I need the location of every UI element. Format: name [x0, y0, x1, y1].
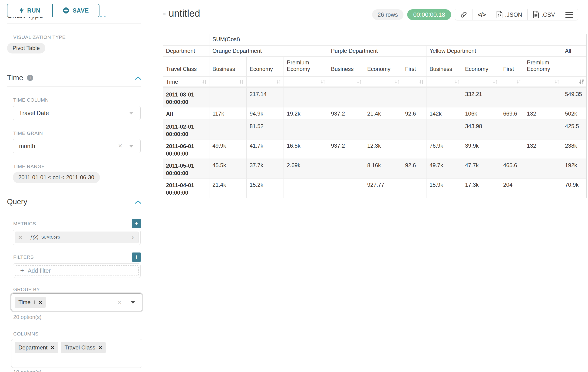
column-sort-cell[interactable] [462, 77, 500, 88]
sort-icon[interactable] [239, 79, 244, 85]
pivot-corner-cell [163, 34, 210, 46]
row-label-cell: 2011-06-01 00:00:00 [163, 139, 210, 159]
save-button[interactable]: SAVE [53, 4, 99, 17]
expand-metric-icon[interactable]: › [127, 232, 138, 243]
view-query-button[interactable]: </> [472, 9, 491, 20]
column-sort-cell[interactable] [328, 77, 364, 88]
remove-metric-icon[interactable]: × [15, 232, 26, 243]
sort-icon[interactable] [320, 79, 326, 85]
visualization-type-value[interactable]: Pivot Table [7, 43, 45, 53]
value-cell: 465.6 [500, 159, 524, 179]
group-by-select[interactable]: Timei× × [11, 293, 142, 311]
time-section-header[interactable]: Time i [7, 74, 33, 82]
table-row: All117k94.9k19.2k937.221.4k92.6142k106k6… [163, 107, 586, 120]
link-icon [460, 11, 467, 18]
column-sort-cell[interactable] [247, 77, 284, 88]
group-by-options-hint: 20 option(s) [13, 314, 41, 320]
row-label-cell: 2011-03-01 00:00:00 [163, 88, 210, 107]
remove-chip-icon[interactable]: × [51, 344, 54, 351]
value-cell: 70.9k [562, 179, 586, 198]
sort-icon[interactable] [276, 79, 282, 85]
menu-button[interactable] [560, 9, 578, 20]
time-sort-cell[interactable]: Time [163, 77, 210, 88]
remove-chip-icon[interactable]: × [99, 344, 102, 351]
panel-divider [148, 0, 148, 372]
column-sort-cell[interactable] [364, 77, 402, 88]
value-cell: 47.7k [462, 159, 500, 179]
column-sort-cell[interactable] [427, 77, 462, 88]
chart-title[interactable]: - untitled [163, 8, 200, 19]
remove-chip-icon[interactable]: × [39, 299, 42, 306]
value-cell: 927.77 [364, 179, 402, 198]
export-json-button[interactable]: .JSON [491, 9, 528, 20]
clear-icon[interactable]: × [118, 142, 122, 150]
sort-header-row: Time [163, 77, 586, 88]
value-cell: 15.9k [427, 179, 462, 198]
share-link-button[interactable] [455, 9, 472, 20]
travel-class-header-cell: Travel Class [163, 57, 210, 77]
sort-icon[interactable] [201, 79, 207, 85]
value-cell [427, 88, 462, 107]
travel-class-header-cell [562, 57, 586, 77]
collapse-chevron-icon[interactable] [135, 76, 141, 80]
travel-class-header-cell: First [500, 57, 524, 77]
travel-class-header-cell: Premium Economy [524, 57, 562, 77]
value-cell: 549.35 [562, 88, 586, 107]
lightning-icon [19, 7, 24, 14]
row-label-cell: 2011-05-01 00:00:00 [163, 159, 210, 179]
table-row: 2011-06-01 00:00:0049.9k41.7k16.5k937.21… [163, 139, 586, 159]
table-row: 2011-02-01 00:00:0081.52343.98425.5 [163, 120, 586, 139]
clear-icon[interactable]: × [117, 298, 122, 306]
sort-icon[interactable] [394, 79, 400, 85]
column-sort-cell[interactable] [210, 77, 247, 88]
metric-header-row: SUM(Cost) [163, 34, 586, 46]
column-sort-cell[interactable] [500, 77, 524, 88]
column-sort-cell[interactable] [402, 77, 427, 88]
value-cell: 132 [524, 139, 562, 159]
sort-icon[interactable] [454, 79, 460, 85]
run-button[interactable]: RUN [7, 4, 53, 17]
add-filter-dropzone[interactable]: + Add filter [15, 265, 139, 276]
value-cell: 669.6 [500, 107, 524, 120]
sort-icon[interactable] [419, 79, 424, 85]
value-cell [364, 120, 402, 139]
group-by-label: GROUP BY [13, 287, 40, 292]
value-cell: 343.98 [462, 120, 500, 139]
sort-icon[interactable] [554, 79, 560, 85]
selected-option-chip[interactable]: Timei× [15, 297, 46, 308]
sort-icon[interactable] [356, 79, 362, 85]
sort-icon[interactable] [516, 79, 522, 85]
value-cell: 204 [500, 179, 524, 198]
value-cell: 49.7k [427, 159, 462, 179]
chevron-down-icon [129, 145, 133, 148]
value-cell: 19.2k [284, 107, 328, 120]
selected-option-chip[interactable]: Department× [15, 342, 58, 353]
sort-descending-icon[interactable] [578, 79, 585, 85]
export-csv-button[interactable]: .CSV [528, 9, 560, 20]
column-sort-cell[interactable] [524, 77, 562, 88]
column-sort-cell[interactable] [284, 77, 328, 88]
travel-class-header-cell: Economy [247, 57, 284, 77]
value-cell: 49.9k [210, 139, 247, 159]
time-grain-select[interactable]: month × [13, 139, 141, 153]
value-cell [328, 179, 364, 198]
control-panel-sidebar: Chart Type RUN SAVE VISUALIZATION TYPE P… [0, 0, 148, 372]
sort-icon[interactable] [492, 79, 498, 85]
filters-label: FILTERS [13, 254, 34, 260]
query-section-header[interactable]: Query [7, 197, 27, 206]
value-cell [427, 120, 462, 139]
collapse-chevron-icon[interactable] [135, 200, 141, 204]
value-cell: 217.14 [247, 88, 284, 107]
time-column-select[interactable]: Travel Date [13, 106, 141, 120]
add-filter-button[interactable]: + [132, 253, 141, 262]
section-divider [7, 211, 141, 211]
columns-select[interactable]: Department×Travel Class× × [11, 339, 142, 368]
selected-option-chip[interactable]: Travel Class× [61, 342, 106, 353]
time-range-value[interactable]: 2011-01-01 ≤ col < 2011-06-30 [13, 171, 100, 183]
metric-item[interactable]: × ƒ(x) SUM(Cost) › [15, 232, 139, 243]
run-save-button-group: RUN SAVE [7, 4, 99, 17]
column-sort-cell[interactable] [562, 77, 586, 88]
add-metric-button[interactable]: + [132, 219, 141, 228]
chip-label: Time [18, 299, 31, 306]
value-cell: 142k [427, 107, 462, 120]
